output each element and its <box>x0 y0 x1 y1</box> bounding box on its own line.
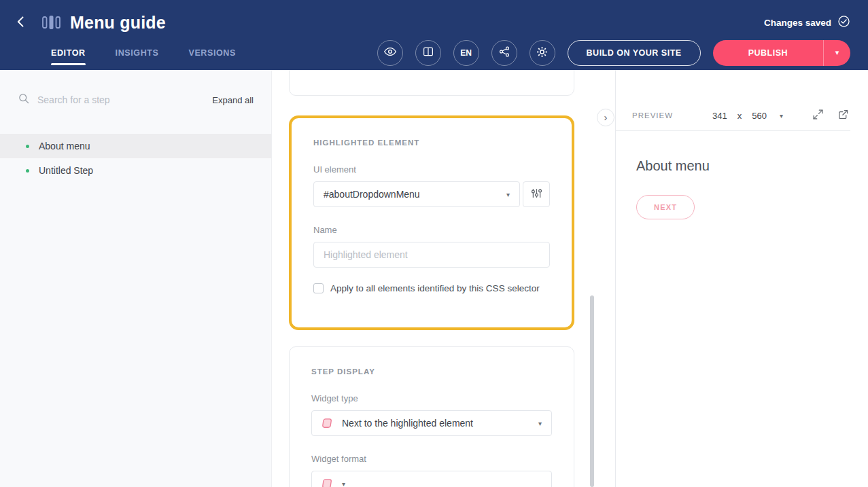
preview-body: About menu NEXT <box>616 131 868 247</box>
search-icon <box>18 92 30 107</box>
step-search-row: Expand all <box>0 86 271 113</box>
step-label: About menu <box>39 141 90 151</box>
name-label: Name <box>313 225 550 235</box>
layout-button[interactable] <box>415 40 441 66</box>
caret-down-icon: ▾ <box>506 191 510 198</box>
publish-dropdown-toggle[interactable]: ▾ <box>823 40 850 66</box>
step-item-about-menu[interactable]: About menu <box>0 134 271 158</box>
share-button[interactable] <box>491 40 517 66</box>
share-icon <box>498 46 510 60</box>
build-on-your-site-button[interactable]: BUILD ON YOUR SITE <box>568 40 701 66</box>
topbar: Menu guide Changes saved EDITOR INSIGHTS… <box>0 0 868 70</box>
app-window: Menu guide Changes saved EDITOR INSIGHTS… <box>0 0 868 487</box>
step-search-input[interactable] <box>37 94 205 105</box>
tab-editor[interactable]: EDITOR <box>51 35 86 70</box>
topbar-actions: EN <box>377 40 850 66</box>
caret-down-icon: ▾ <box>538 420 542 427</box>
preview-header-actions <box>812 109 849 122</box>
apply-all-checkbox-row: Apply to all elements identified by this… <box>313 283 550 293</box>
main-tabs: EDITOR INSIGHTS VERSIONS <box>51 35 236 70</box>
expand-all-link[interactable]: Expand all <box>212 95 254 105</box>
selector-settings-button[interactable] <box>523 181 550 207</box>
settings-button[interactable] <box>530 40 555 66</box>
preview-height-value: 560 <box>752 111 767 121</box>
chevron-left-icon <box>14 15 28 31</box>
widget-type-select[interactable]: Next to the highlighted element ▾ <box>311 410 552 436</box>
gear-icon <box>536 46 549 60</box>
tab-insights[interactable]: INSIGHTS <box>116 35 159 70</box>
sliders-icon <box>531 187 542 201</box>
check-circle-icon <box>837 15 850 30</box>
caret-down-icon: ▾ <box>835 48 839 57</box>
open-in-new-tab-button[interactable] <box>837 109 849 122</box>
ui-element-row: #aboutDropdownMenu ▾ <box>313 181 550 207</box>
preview-panel: PREVIEW 341 x 560 ▾ <box>615 70 868 487</box>
section-title: STEP DISPLAY <box>311 367 552 376</box>
back-button[interactable] <box>10 11 33 34</box>
changes-saved-label: Changes saved <box>764 18 831 28</box>
apply-all-checkbox[interactable] <box>313 283 324 293</box>
layout-icon <box>422 46 434 60</box>
topbar-tabs-row: EDITOR INSIGHTS VERSIONS EN <box>0 35 868 70</box>
preview-size-select[interactable]: 341 x 560 ▾ <box>712 111 783 121</box>
caret-down-icon: ▾ <box>342 480 345 487</box>
preview-step-heading: About menu <box>636 158 848 174</box>
step-status-dot <box>26 145 29 148</box>
widget-type-label: Widget type <box>311 393 552 403</box>
step-label: Untitled Step <box>39 165 93 176</box>
step-status-dot <box>26 169 29 173</box>
previous-settings-card <box>289 70 574 96</box>
collapse-panel-button[interactable]: › <box>597 109 614 126</box>
highlighted-element-name-input[interactable] <box>313 242 550 268</box>
preview-header: PREVIEW 341 x 560 ▾ <box>616 101 850 131</box>
content-area: Expand all About menu Untitled Step HIGH… <box>0 70 868 487</box>
publish-split-button: PUBLISH ▾ <box>713 40 850 66</box>
preview-fullscreen-button[interactable] <box>812 109 824 122</box>
ui-element-select[interactable]: #aboutDropdownMenu ▾ <box>313 181 520 207</box>
ui-element-value: #aboutDropdownMenu <box>324 189 506 200</box>
eye-icon <box>383 45 397 60</box>
widget-format-select[interactable]: ▾ <box>311 471 552 487</box>
language-button[interactable]: EN <box>453 40 479 66</box>
apply-all-checkbox-label: Apply to all elements identified by this… <box>330 283 540 293</box>
topbar-title-row: Menu guide Changes saved <box>0 0 868 35</box>
open-in-new-icon <box>837 109 849 122</box>
page-title: Menu guide <box>70 13 166 33</box>
caret-down-icon: ▾ <box>780 112 783 120</box>
changes-saved-status: Changes saved <box>764 15 850 30</box>
step-item-untitled-step[interactable]: Untitled Step <box>0 158 271 183</box>
language-label: EN <box>460 48 472 58</box>
preview-size-separator: x <box>737 111 742 121</box>
tab-versions[interactable]: VERSIONS <box>188 35 235 70</box>
widget-format-icon <box>322 478 334 487</box>
widget-type-icon <box>322 418 334 429</box>
preview-title: PREVIEW <box>632 111 673 120</box>
widget-format-row: ▾ <box>311 471 552 487</box>
preview-width-value: 341 <box>712 111 727 121</box>
steps-sidebar: Expand all About menu Untitled Step <box>0 70 272 487</box>
section-title: HIGHLIGHTED ELEMENT <box>313 139 550 147</box>
widget-format-label: Widget format <box>311 454 552 464</box>
highlighted-element-card: HIGHLIGHTED ELEMENT UI element #aboutDro… <box>289 115 574 330</box>
preview-eye-button[interactable] <box>377 40 403 66</box>
step-editor-panel: HIGHLIGHTED ELEMENT UI element #aboutDro… <box>272 70 615 487</box>
chevron-right-icon: › <box>604 111 608 123</box>
app-logo-icon <box>42 14 60 31</box>
ui-element-label: UI element <box>313 164 550 175</box>
expand-icon <box>812 109 824 122</box>
widget-type-row: Next to the highlighted element ▾ <box>311 410 552 436</box>
step-display-card: STEP DISPLAY Widget type Next to the hig… <box>289 346 574 487</box>
editor-scrollbar[interactable] <box>590 295 594 487</box>
widget-type-value: Next to the highlighted element <box>342 418 538 429</box>
publish-button[interactable]: PUBLISH <box>713 40 823 66</box>
step-list: About menu Untitled Step <box>0 134 271 183</box>
preview-next-button[interactable]: NEXT <box>636 195 695 219</box>
